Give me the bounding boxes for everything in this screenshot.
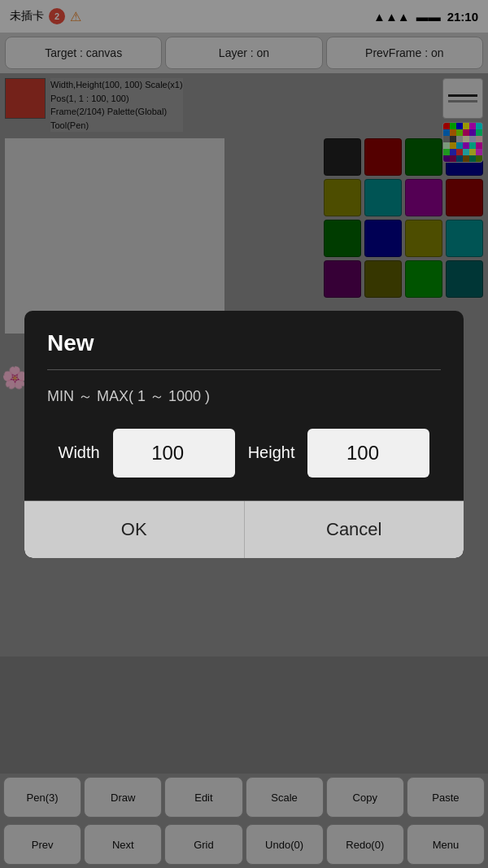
ok-button[interactable]: OK (24, 501, 245, 558)
modal-buttons: OK Cancel (24, 500, 464, 558)
modal-range-text: MIN ～ MAX( 1 ～ 1000 ) (47, 386, 441, 406)
modal-fields: Width Height (47, 429, 441, 478)
modal-title: New (47, 330, 441, 356)
width-label: Width (59, 443, 100, 462)
modal-overlay: New MIN ～ MAX( 1 ～ 1000 ) Width Height O… (0, 0, 488, 868)
new-canvas-modal: New MIN ～ MAX( 1 ～ 1000 ) Width Height O… (24, 311, 464, 558)
modal-divider (47, 369, 441, 370)
height-label: Height (248, 443, 295, 462)
height-input[interactable] (307, 429, 429, 478)
cancel-button[interactable]: Cancel (245, 501, 464, 558)
width-input[interactable] (113, 429, 235, 478)
